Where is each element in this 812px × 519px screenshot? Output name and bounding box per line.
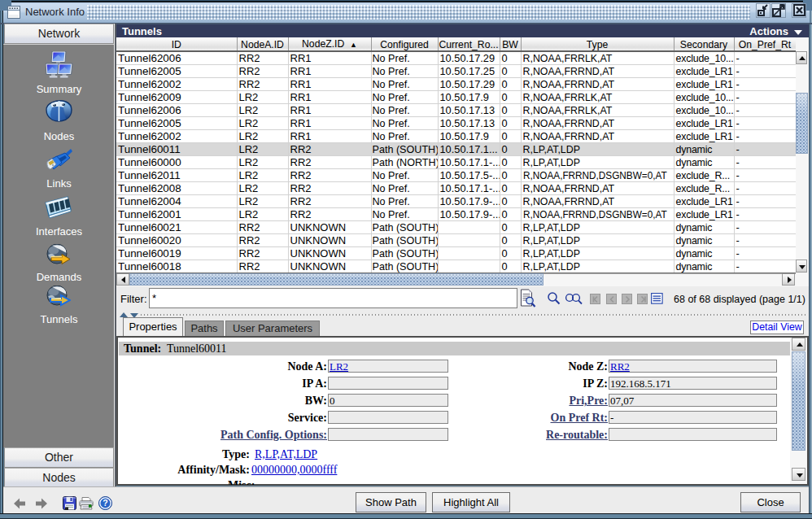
svg-text:?: ? xyxy=(103,498,107,508)
